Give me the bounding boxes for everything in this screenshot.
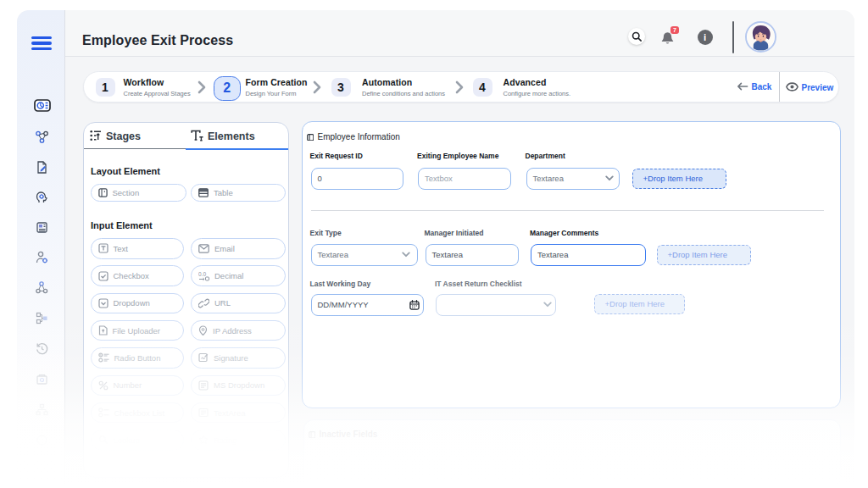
svg-text:0.0: 0.0: [198, 271, 206, 277]
